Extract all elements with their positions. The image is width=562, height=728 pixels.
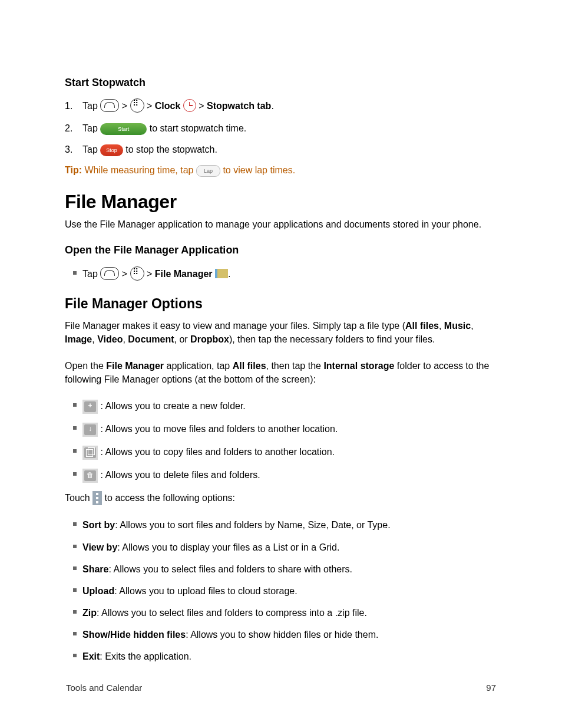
icon-options-list: : Allows you to create a new folder. : A… (65, 399, 497, 482)
lap-button-icon: Lap (196, 165, 220, 177)
menu-item-desc: : Allows you to upload files to cloud st… (114, 586, 297, 596)
open-fm-heading: Open the File Manager Application (65, 244, 497, 256)
menu-item-label: View by (82, 542, 117, 552)
delete-icon (82, 469, 98, 483)
apps-icon (130, 266, 144, 281)
menu-options-list: Sort by: Allows you to sort files and fo… (65, 518, 497, 663)
tip-pre: While measuring time, tap (84, 165, 193, 175)
page-number: 97 (486, 683, 496, 693)
tip-line: Tip: While measuring time, tap Lap to vi… (65, 165, 497, 177)
fm-label: File Manager (155, 269, 213, 279)
step-2: 2. Tap Start to start stopwatch time. (65, 122, 497, 135)
touch-menu-line: Touch to access the following options: (65, 491, 497, 506)
new-folder-icon (82, 400, 98, 414)
open-step-pre: Tap (82, 269, 98, 279)
move-icon (82, 423, 98, 437)
file-manager-heading: File Manager (65, 191, 497, 213)
start-stopwatch-heading: Start Stopwatch (65, 77, 497, 89)
sep: > (122, 101, 127, 111)
step-1: 1. Tap > > Clock > Stopwatch tab. (65, 100, 497, 114)
clock-icon (183, 99, 196, 112)
list-item: : Allows you to move files and folders t… (65, 422, 497, 437)
fm-options-p2: Open the File Manager application, tap A… (65, 359, 497, 386)
list-item: Upload: Allows you to upload files to cl… (65, 584, 497, 598)
folder-icon (215, 269, 228, 278)
menu-item-label: Exit (82, 651, 100, 661)
tip-label: Tip: (65, 165, 82, 175)
open-fm-step: Tap > > File Manager . (65, 267, 497, 282)
list-item: Sort by: Allows you to sort files and fo… (65, 518, 497, 532)
step2-pre: Tap (82, 123, 98, 133)
start-button-icon: Start (100, 123, 147, 135)
stop-button-icon: Stop (100, 144, 123, 156)
fm-intro: Use the File Manager application to mana… (65, 218, 497, 231)
copy-icon (82, 446, 98, 460)
list-item: Share: Allows you to select files and fo… (65, 562, 497, 576)
menu-item-desc: : Allows you to select files and folders… (108, 564, 352, 574)
tip-post: to view lap times. (223, 165, 295, 175)
list-item: Zip: Allows you to select files and fold… (65, 606, 497, 620)
menu-item-desc: : Allows you to show hidden files or hid… (186, 630, 378, 640)
list-item: Exit: Exits the application. (65, 650, 497, 663)
list-item: : Allows you to delete files and folders… (65, 468, 497, 483)
apps-icon (130, 98, 144, 113)
menu-item-label: Sort by (82, 520, 115, 530)
list-item: Show/Hide hidden files: Allows you to sh… (65, 628, 497, 641)
step-3: 3. Tap Stop to stop the stopwatch. (65, 143, 497, 156)
menu-item-desc: : Allows you to select files and folders… (97, 608, 367, 618)
menu-item-desc: : Allows you to display your files as a … (117, 542, 339, 552)
clock-label: Clock (155, 101, 181, 111)
footer-section-title: Tools and Calendar (66, 683, 142, 693)
fm-options-p1: File Manager makes it easy to view and m… (65, 319, 497, 346)
home-icon (100, 267, 119, 280)
menu-item-desc: : Exits the application. (100, 651, 191, 661)
home-icon (100, 99, 119, 112)
step1-pre: Tap (82, 101, 98, 111)
step2-post: to start stopwatch time. (150, 123, 247, 133)
menu-dots-icon (92, 491, 102, 505)
menu-item-desc: : Allows you to sort files and folders b… (115, 520, 390, 530)
stopwatch-steps: 1. Tap > > Clock > Stopwatch tab. 2. Tap… (65, 100, 497, 157)
step3-pre: Tap (82, 144, 98, 154)
sep: > (122, 269, 127, 279)
menu-item-label: Share (82, 564, 108, 574)
list-item: : Allows you to copy files and folders t… (65, 445, 497, 460)
menu-item-label: Upload (82, 586, 114, 596)
list-item: : Allows you to create a new folder. (65, 399, 497, 414)
menu-item-label: Show/Hide hidden files (82, 630, 186, 640)
sep: > (147, 101, 152, 111)
menu-item-label: Zip (82, 608, 97, 618)
sep: > (199, 101, 204, 111)
stopwatch-tab-label: Stopwatch tab (207, 101, 271, 111)
fm-options-heading: File Manager Options (65, 296, 497, 312)
list-item: View by: Allows you to display your file… (65, 541, 497, 554)
step3-post: to stop the stopwatch. (125, 144, 217, 154)
sep: > (147, 269, 152, 279)
